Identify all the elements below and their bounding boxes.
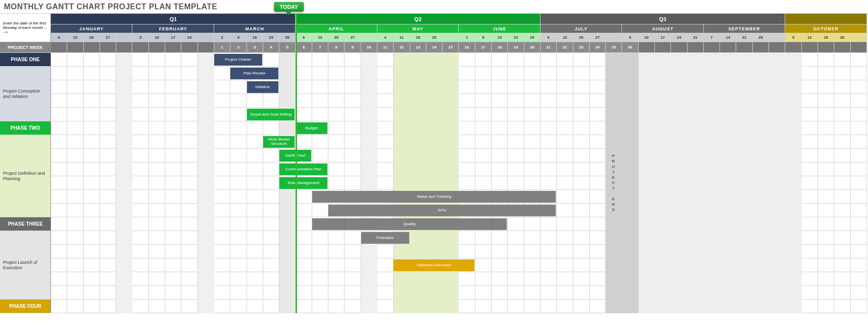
chart-cell [557, 190, 573, 204]
month-header: JULY [541, 24, 622, 33]
day-header: 20 [84, 33, 100, 42]
chart-cell [557, 258, 573, 272]
chart-cell [214, 67, 230, 80]
chart-cell [524, 245, 541, 258]
chart-cell [312, 94, 328, 108]
chart-cell [230, 121, 247, 135]
chart-cell [557, 67, 573, 80]
chart-cell [296, 108, 312, 121]
chart-cell [557, 176, 573, 190]
chart-cell [541, 300, 557, 313]
chart-cell [263, 190, 279, 204]
chart-cell [377, 258, 394, 272]
day-header: 15 [492, 33, 508, 42]
chart-cell [834, 231, 850, 245]
chart-cell [492, 121, 508, 135]
gantt-bar[interactable]: Budget [296, 122, 328, 134]
chart-cell [590, 53, 606, 67]
gantt-bar[interactable]: Forecasts [361, 232, 409, 244]
chart-cell [851, 94, 867, 108]
chart-cell [296, 53, 312, 67]
project-week-cell: 22 [557, 42, 573, 53]
day-header: 17 [655, 33, 671, 42]
chart-cell [541, 121, 557, 135]
chart-cell [377, 135, 394, 149]
chart-cell [328, 286, 345, 300]
chart-cell [100, 217, 116, 231]
chart-cell [67, 149, 83, 162]
chart-cell [247, 162, 263, 176]
chart-cell [149, 149, 165, 162]
chart-cell [51, 94, 67, 108]
chart-cell [51, 162, 67, 176]
gantt-bar[interactable]: Objective Execution [394, 259, 474, 271]
chart-cell [263, 217, 279, 231]
day-header: 5 [785, 33, 801, 42]
chart-cell [312, 286, 328, 300]
chart-cell [247, 258, 263, 272]
chart-cell [541, 176, 557, 190]
phase-label: PHASE THREE [0, 217, 51, 231]
chart-cell [590, 80, 606, 94]
chart-cell [573, 286, 590, 300]
chart-cell [149, 217, 165, 231]
chart-cell [590, 121, 606, 135]
gantt-bar[interactable]: Project Charter [214, 54, 262, 66]
gantt-bar[interactable]: Scope and Goal Setting [247, 109, 295, 120]
gantt-bar[interactable]: Initiation [247, 81, 279, 93]
chart-cell [296, 94, 312, 108]
project-week-cell [132, 42, 149, 53]
gantt-bar[interactable]: KPIs [328, 205, 556, 216]
chart-cell [377, 94, 394, 108]
chart-cell [312, 204, 328, 217]
chart-cell [492, 286, 508, 300]
chart-cell [181, 149, 198, 162]
day-header: 14 [720, 33, 736, 42]
gantt-bar[interactable]: Risk Management [279, 177, 327, 189]
chart-cell [230, 272, 247, 286]
chart-cell [834, 108, 850, 121]
chart-cell [165, 217, 181, 231]
chart-cell [165, 149, 181, 162]
chart-cell [67, 67, 83, 80]
chart-cell [818, 231, 834, 245]
chart-cell [181, 53, 198, 67]
chart-cell [475, 121, 492, 135]
project-week-cell: 25 [606, 42, 622, 53]
chart-cell [132, 94, 149, 108]
chart-cell [165, 108, 181, 121]
chart-cell [590, 272, 606, 286]
chart-cell [377, 149, 394, 162]
project-week-cell: 4 [263, 42, 279, 53]
chart-cell [802, 94, 818, 108]
chart-cell [312, 258, 328, 272]
gantt-bar[interactable]: Communication Plan [279, 163, 327, 175]
day-header: 24 [181, 33, 198, 42]
chart-cell [475, 80, 492, 94]
chart-cell [524, 94, 541, 108]
chart-cell [524, 53, 541, 67]
chart-cell [475, 53, 492, 67]
chart-cell [475, 258, 492, 272]
chart-cell [345, 94, 361, 108]
day-header: 17 [165, 33, 181, 42]
chart-cell [214, 190, 230, 204]
month-header: OCTOBER [785, 24, 867, 33]
month-header: MARCH [214, 24, 296, 33]
gantt-bar[interactable]: Work Bkdwn Structure [263, 136, 295, 148]
chart-cell [132, 190, 149, 204]
chart-cell [573, 53, 590, 67]
gantt-bar[interactable]: Quality [312, 218, 507, 230]
project-week-cell: 20 [524, 42, 541, 53]
chart-cell [573, 67, 590, 80]
chart-cell [492, 135, 508, 149]
chart-cell [851, 204, 867, 217]
chart-cell [459, 176, 475, 190]
chart-cell [345, 231, 361, 245]
gantt-bar[interactable]: Plan Review [230, 68, 278, 79]
chart-cell [263, 245, 279, 258]
chart-cell [149, 258, 165, 272]
gantt-bar[interactable]: Status and Tracking [312, 191, 556, 203]
chart-cell [851, 135, 867, 149]
chart-cell [557, 245, 573, 258]
